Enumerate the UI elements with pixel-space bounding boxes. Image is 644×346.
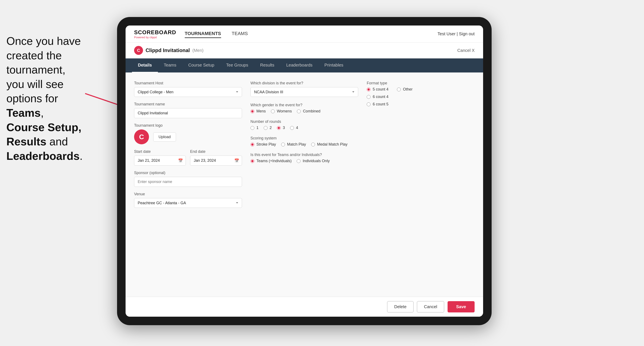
gender-mens-radio[interactable] <box>250 109 254 113</box>
teams-group: Is this event for Teams and/or Individua… <box>250 153 358 163</box>
gender-womens-radio[interactable] <box>271 109 275 113</box>
gender-group: Which gender is the event for? Mens Wome… <box>250 103 358 114</box>
scoring-medal-match[interactable]: Medal Match Play <box>311 142 348 147</box>
tabs-bar: Details Teams Course Setup Tee Groups Re… <box>126 58 483 72</box>
main-content: Tournament Host Clippd College - Men Tou… <box>126 72 483 297</box>
rounds-4[interactable]: 4 <box>290 126 298 130</box>
format-radio-group: 5 count 4 Other 6 count 4 <box>367 87 474 107</box>
rounds-3-radio[interactable] <box>277 126 281 130</box>
division-select[interactable]: NCAA Division III <box>250 87 358 97</box>
cancel-header-button[interactable]: Cancel X <box>457 48 474 53</box>
rounds-radio-row: 1 2 3 4 <box>250 126 358 130</box>
tablet-screen: SCOREBOARD Powered by clippd TOURNAMENTS… <box>126 25 483 317</box>
bottom-bar: Delete Cancel Save <box>126 297 483 317</box>
tablet-frame: SCOREBOARD Powered by clippd TOURNAMENTS… <box>117 17 492 325</box>
sponsor-group: Sponsor (optional) <box>134 171 242 187</box>
gender-mens[interactable]: Mens <box>250 109 266 114</box>
format-5count4-radio[interactable] <box>367 88 370 91</box>
format-other-radio[interactable] <box>397 88 401 91</box>
end-date-label: End date <box>190 149 242 154</box>
start-date-wrapper: 📅 <box>134 156 186 166</box>
gender-womens[interactable]: Womens <box>271 109 292 114</box>
rounds-label: Number of rounds <box>250 119 358 124</box>
tournament-host-select[interactable]: Clippd College - Men <box>134 87 242 97</box>
rounds-2-radio[interactable] <box>264 126 268 130</box>
tournament-logo-group: Tournament logo C Upload <box>134 123 242 144</box>
tournament-name: Clippd Invitational <box>146 47 190 53</box>
logo-sub: Powered by clippd <box>134 36 176 39</box>
form-grid: Tournament Host Clippd College - Men Tou… <box>134 81 474 208</box>
left-form-section: Tournament Host Clippd College - Men Tou… <box>134 81 242 208</box>
scoring-stroke-play[interactable]: Stroke Play <box>250 142 276 147</box>
nav-teams[interactable]: TEAMS <box>232 30 248 38</box>
format-other[interactable]: Other <box>397 87 412 92</box>
tab-results[interactable]: Results <box>254 58 280 72</box>
scoring-group: Scoring system Stroke Play Match Play <box>250 136 358 147</box>
nav-left: SCOREBOARD Powered by clippd TOURNAMENTS… <box>134 29 248 39</box>
format-6count4-radio[interactable] <box>367 95 370 99</box>
tab-printables[interactable]: Printables <box>318 58 349 72</box>
rounds-3[interactable]: 3 <box>277 126 285 130</box>
date-row: Start date 📅 End date 📅 <box>134 149 242 166</box>
tournament-header: C Clippd Invitational (Men) Cancel X <box>126 42 483 58</box>
calendar-icon-end: 📅 <box>234 158 239 163</box>
scoring-match-play[interactable]: Match Play <box>281 142 306 147</box>
tournament-title-row: C Clippd Invitational (Men) <box>134 46 204 55</box>
format-group: Format type 5 count 4 Other <box>367 81 474 107</box>
nav-tournaments[interactable]: TOURNAMENTS <box>185 30 221 38</box>
division-label: Which division is the event for? <box>250 81 358 85</box>
gender-combined-radio[interactable] <box>297 109 301 113</box>
logo-title: SCOREBOARD <box>134 29 176 36</box>
end-date-wrapper: 📅 <box>190 156 242 166</box>
format-6count4[interactable]: 6 count 4 <box>367 95 474 99</box>
gender-combined[interactable]: Combined <box>297 109 320 114</box>
tab-teams[interactable]: Teams <box>158 58 182 72</box>
scoring-medal-radio[interactable] <box>311 143 315 147</box>
upload-button[interactable]: Upload <box>153 132 176 142</box>
sponsor-input[interactable] <box>134 177 242 187</box>
delete-button[interactable]: Delete <box>387 301 414 312</box>
individuals-only-radio[interactable] <box>297 159 300 163</box>
tab-course-setup[interactable]: Course Setup <box>182 58 220 72</box>
tournament-sub: (Men) <box>192 48 204 53</box>
tab-tee-groups[interactable]: Tee Groups <box>220 58 254 72</box>
user-info: Test User | Sign out <box>438 31 474 36</box>
sponsor-label: Sponsor (optional) <box>134 171 242 175</box>
top-nav: SCOREBOARD Powered by clippd TOURNAMENTS… <box>126 25 483 42</box>
teams-plus-radio[interactable] <box>250 159 254 163</box>
individuals-only[interactable]: Individuals Only <box>297 159 330 163</box>
tournament-host-group: Tournament Host Clippd College - Men <box>134 81 242 97</box>
rounds-1-radio[interactable] <box>250 126 254 130</box>
start-date-label: Start date <box>134 149 186 154</box>
rounds-group: Number of rounds 1 2 <box>250 119 358 130</box>
teams-plus-individuals[interactable]: Teams (+Individuals) <box>250 159 292 163</box>
format-6count5[interactable]: 6 count 5 <box>367 102 474 107</box>
tab-leaderboards[interactable]: Leaderboards <box>280 58 318 72</box>
format-6count5-radio[interactable] <box>367 102 370 106</box>
logo-area: SCOREBOARD Powered by clippd <box>134 29 176 39</box>
scoring-stroke-radio[interactable] <box>250 143 254 147</box>
tournament-name-input[interactable] <box>134 108 242 118</box>
tab-details[interactable]: Details <box>132 58 158 72</box>
intro-text: Once you have created the tournament, yo… <box>0 30 94 168</box>
tournament-logo-label: Tournament logo <box>134 123 242 128</box>
format-label: Format type <box>367 81 474 85</box>
start-date-group: Start date 📅 <box>134 149 186 166</box>
scoring-match-radio[interactable] <box>281 143 285 147</box>
format-row-top: 5 count 4 Other <box>367 87 474 92</box>
save-button[interactable]: Save <box>448 301 474 312</box>
rounds-4-radio[interactable] <box>290 126 294 130</box>
division-group: Which division is the event for? NCAA Di… <box>250 81 358 97</box>
end-date-group: End date 📅 <box>190 149 242 166</box>
tournament-name-group: Tournament name <box>134 102 242 118</box>
calendar-icon: 📅 <box>178 158 183 163</box>
middle-form-section: Which division is the event for? NCAA Di… <box>250 81 358 208</box>
tournament-host-label: Tournament Host <box>134 81 242 85</box>
format-5count4[interactable]: 5 count 4 <box>367 87 388 92</box>
rounds-1[interactable]: 1 <box>250 126 258 130</box>
logo-circle: C <box>134 129 149 144</box>
venue-select[interactable]: Peachtree GC - Atlanta - GA <box>134 198 242 208</box>
gender-radio-row: Mens Womens Combined <box>250 109 358 114</box>
rounds-2[interactable]: 2 <box>264 126 272 130</box>
cancel-button[interactable]: Cancel <box>417 301 444 312</box>
